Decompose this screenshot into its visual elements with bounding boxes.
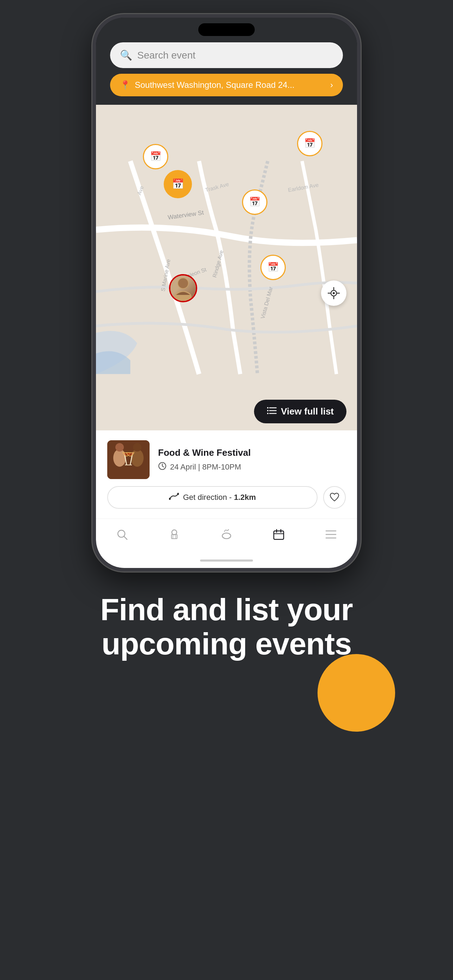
location-text: Southwest Washington, Square Road 24...	[135, 80, 295, 90]
home-indicator	[96, 556, 357, 568]
volume-up-button	[92, 116, 93, 145]
favorite-button[interactable]	[323, 486, 346, 509]
direction-label: Get direction - 1.2km	[183, 493, 256, 502]
event-image	[107, 440, 149, 479]
dynamic-island	[198, 23, 255, 36]
search-icon: 🔍	[120, 49, 132, 61]
svg-point-27	[131, 449, 144, 467]
bottom-text-section: Find and list your upcoming events	[72, 593, 381, 661]
svg-point-36	[118, 530, 125, 537]
svg-point-28	[133, 443, 141, 452]
event-card: Food & Wine Festival 24 April | 8PM-10PM	[96, 430, 357, 519]
clock-icon	[158, 462, 167, 473]
user-avatar-marker	[169, 274, 197, 302]
home-bar	[200, 560, 253, 562]
direction-icon	[169, 492, 179, 502]
svg-point-13	[333, 292, 335, 294]
user-avatar	[170, 275, 196, 301]
event-time: 24 April | 8PM-10PM	[158, 462, 346, 473]
view-full-list-button[interactable]: View full list	[254, 400, 347, 423]
phone-shell: 🔍 Search event 📍 Southwest Washington, S…	[92, 14, 361, 571]
bottom-nav	[96, 519, 357, 556]
phone-screen: 🔍 Search event 📍 Southwest Washington, S…	[96, 18, 357, 568]
search-placeholder: Search event	[137, 50, 196, 61]
svg-point-25	[113, 449, 126, 467]
nav-events[interactable]	[265, 526, 293, 546]
map-area[interactable]: Waterview St S Marine Ave Napoleon St Ri…	[96, 105, 357, 430]
search-bar[interactable]: 🔍 Search event	[110, 42, 343, 68]
svg-point-26	[115, 443, 124, 452]
direction-distance: 1.2km	[234, 493, 256, 502]
event-date: 24 April | 8PM-10PM	[170, 463, 241, 472]
volume-down-button	[92, 152, 93, 180]
svg-point-38	[172, 530, 177, 535]
location-pin-icon: 📍	[120, 80, 130, 90]
location-arrow-icon: ›	[330, 80, 333, 90]
list-icon	[267, 407, 277, 417]
event-title: Food & Wine Festival	[158, 447, 346, 458]
action-row: Get direction - 1.2km	[107, 486, 346, 509]
event-row: Food & Wine Festival 24 April | 8PM-10PM	[107, 440, 346, 479]
event-info: Food & Wine Festival 24 April | 8PM-10PM	[158, 447, 346, 473]
location-left: 📍 Southwest Washington, Square Road 24..…	[120, 80, 295, 90]
nav-food[interactable]	[212, 526, 241, 546]
map-marker-2[interactable]: 📅	[164, 170, 192, 198]
nav-search-icon	[116, 529, 128, 542]
power-button	[360, 134, 361, 180]
nav-chef-icon	[168, 529, 180, 542]
location-bar[interactable]: 📍 Southwest Washington, Square Road 24..…	[110, 74, 343, 96]
map-marker-5[interactable]: 📅	[261, 255, 286, 280]
nav-events-icon	[273, 529, 285, 542]
svg-point-11	[178, 278, 188, 288]
nav-chef[interactable]	[160, 526, 188, 546]
svg-point-21	[267, 407, 269, 409]
svg-line-33	[162, 466, 164, 467]
main-heading: Find and list your upcoming events	[100, 593, 353, 661]
svg-point-42	[222, 533, 231, 539]
location-gps-button[interactable]	[321, 280, 347, 306]
svg-point-22	[267, 410, 269, 411]
svg-line-37	[124, 536, 127, 539]
map-marker-1[interactable]: 📅	[143, 144, 168, 169]
svg-rect-43	[274, 531, 284, 539]
yellow-circle-decoration	[318, 654, 395, 732]
nav-food-icon	[221, 529, 232, 542]
nav-menu[interactable]	[317, 527, 345, 545]
nav-search[interactable]	[108, 526, 136, 546]
get-direction-button[interactable]: Get direction - 1.2km	[107, 486, 318, 509]
nav-menu-icon	[325, 530, 337, 542]
map-marker-3[interactable]: 📅	[297, 131, 323, 156]
view-list-label: View full list	[281, 406, 334, 417]
map-marker-4[interactable]: 📅	[242, 189, 267, 215]
svg-point-23	[267, 413, 269, 414]
